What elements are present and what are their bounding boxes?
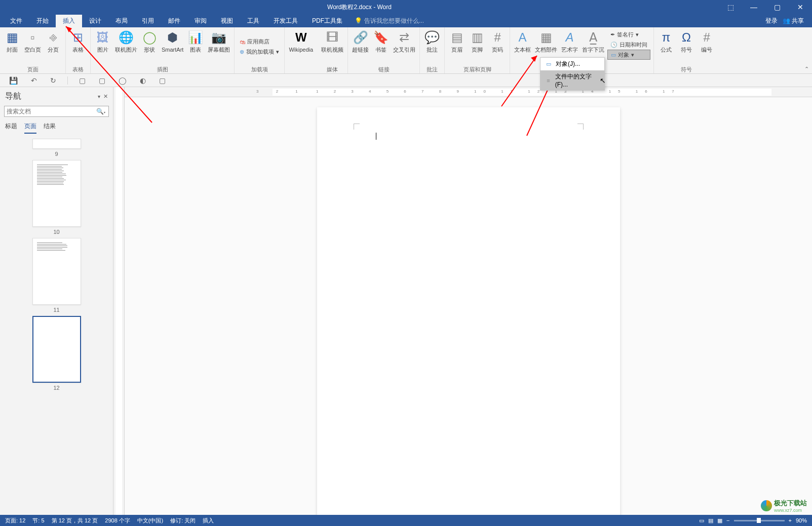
blank-page-button[interactable]: ▫空白页 — [22, 28, 43, 65]
maximize-button[interactable]: ▢ — [765, 0, 789, 14]
web-layout-button[interactable]: ▦ — [717, 517, 722, 524]
qat-button[interactable]: ◯ — [117, 75, 129, 86]
minimize-button[interactable]: — — [742, 0, 765, 14]
menu-tab[interactable]: 引用 — [135, 15, 161, 27]
object-button[interactable]: ▭对象▾ — [607, 50, 650, 60]
menu-tab[interactable]: 开发工具 — [266, 15, 305, 27]
status-track[interactable]: 修订: 关闭 — [170, 517, 196, 524]
status-language[interactable]: 中文(中国) — [137, 517, 163, 524]
menu-tab[interactable]: 插入 — [56, 15, 82, 27]
nav-tabs: 标题页面结果 — [0, 119, 113, 136]
zoom-level[interactable]: 90% — [796, 517, 807, 523]
chart-button[interactable]: 📊图表 — [185, 28, 206, 65]
page-thumbnail[interactable]: 10 — [0, 160, 113, 235]
status-word-count[interactable]: 2908 个字 — [105, 517, 130, 524]
tell-me-search[interactable]: 💡 告诉我您想要做什么... — [355, 17, 424, 25]
document-canvas[interactable] — [125, 97, 812, 515]
share-button[interactable]: 👥 共享 — [783, 17, 804, 25]
hyperlink-button[interactable]: 🔗超链接 — [350, 28, 371, 65]
page-thumbnail[interactable]: 12 — [0, 316, 113, 391]
zoom-in-button[interactable]: + — [789, 517, 792, 523]
document-page[interactable] — [317, 107, 620, 515]
nav-search-box[interactable]: 🔍▾ — [4, 106, 109, 117]
dropcap-icon: A̲ — [585, 29, 601, 46]
text-box-button[interactable]: A文本框 — [512, 28, 533, 65]
undo-button[interactable]: ↶ — [29, 75, 39, 86]
comment-button[interactable]: 💬批注 — [422, 28, 442, 65]
page-number-button[interactable]: #页码 — [487, 28, 508, 65]
nav-dropdown-button[interactable]: ▾ — [98, 94, 100, 99]
nav-tab[interactable]: 标题 — [5, 122, 17, 134]
menu-tab[interactable]: PDF工具集 — [305, 15, 350, 27]
menu-tab[interactable]: 工具 — [240, 15, 266, 27]
screenshot-button[interactable]: 📷屏幕截图 — [206, 28, 232, 65]
cover-page-button[interactable]: ▦封面 — [2, 28, 22, 65]
qat-button[interactable]: ▢ — [77, 75, 88, 86]
text-from-file-menu-item[interactable]: ≡ 文件中的文字(F)... — [540, 70, 604, 90]
vertical-ruler[interactable] — [113, 87, 125, 515]
footer-button[interactable]: ▥页脚 — [467, 28, 487, 65]
cross-reference-button[interactable]: ⇄交叉引用 — [391, 28, 417, 65]
status-page-of[interactable]: 第 12 页，共 12 页 — [52, 517, 98, 524]
nav-tab[interactable]: 页面 — [24, 122, 36, 134]
nav-tab[interactable]: 结果 — [44, 122, 56, 134]
nav-close-button[interactable]: ✕ — [103, 93, 108, 100]
ribbon-display-options-button[interactable]: ⬚ — [719, 0, 742, 14]
signature-line-button[interactable]: ✒签名行▾ — [607, 29, 650, 39]
status-page[interactable]: 页面: 12 — [5, 517, 25, 524]
zoom-slider[interactable] — [734, 520, 785, 521]
ribbon-group-pages: ▦封面 ▫空白页 ⎆分页 页面 — [0, 27, 66, 73]
header-button[interactable]: ▤页眉 — [447, 28, 467, 65]
store-button[interactable]: 🛍应用商店 — [237, 37, 282, 47]
qat-button[interactable]: ▢ — [157, 75, 168, 86]
menu-tab[interactable]: 视图 — [214, 15, 240, 27]
redo-button[interactable]: ↻ — [48, 75, 58, 86]
online-pictures-button[interactable]: 🌐联机图片 — [113, 28, 139, 65]
date-time-button[interactable]: 🕓日期和时间 — [607, 39, 650, 50]
qat-button[interactable]: ◐ — [138, 75, 148, 86]
print-layout-button[interactable]: ▤ — [708, 517, 713, 524]
bookmark-button[interactable]: 🔖书签 — [371, 28, 391, 65]
search-icon[interactable]: 🔍▾ — [93, 108, 108, 115]
menu-tab[interactable]: 设计 — [82, 15, 108, 27]
footer-icon: ▥ — [469, 29, 485, 46]
online-video-button[interactable]: 🎞联机视频 — [319, 28, 345, 65]
wikipedia-button[interactable]: WWikipedia — [287, 28, 315, 65]
symbol-button[interactable]: Ω符号 — [676, 28, 697, 65]
cover-page-icon: ▦ — [4, 29, 20, 46]
menu-tab[interactable]: 审阅 — [187, 15, 214, 27]
login-button[interactable]: 登录 — [765, 17, 778, 25]
store-icon: 🛍 — [240, 39, 245, 45]
collapse-ribbon-button[interactable]: ⌃ — [804, 66, 809, 72]
status-section[interactable]: 节: 5 — [32, 517, 44, 524]
page-break-button[interactable]: ⎆分页 — [43, 28, 63, 65]
menu-tab[interactable]: 文件 — [3, 15, 29, 27]
search-input[interactable] — [5, 108, 93, 115]
page-thumbnail[interactable]: 11 — [0, 238, 113, 313]
page-thumbnail[interactable]: 9 — [0, 139, 113, 157]
share-icon: 👥 — [783, 17, 790, 24]
menu-tab[interactable]: 开始 — [29, 15, 56, 27]
shapes-button[interactable]: ◯形状 — [139, 28, 160, 65]
save-button[interactable]: 💾 — [7, 75, 20, 86]
close-button[interactable]: ✕ — [789, 0, 812, 14]
my-addins-button[interactable]: ⊕我的加载项▾ — [237, 47, 282, 57]
thumbnail-number: 10 — [53, 229, 59, 235]
qat-button[interactable]: ▢ — [97, 75, 107, 86]
horizontal-ruler[interactable]: 3 2 1 1 2 3 4 5 6 7 8 9 10 11 12 13 14 1… — [125, 87, 812, 97]
status-mode[interactable]: 插入 — [203, 517, 214, 524]
menu-tab[interactable]: 邮件 — [161, 15, 187, 27]
thumbnail-number: 12 — [53, 385, 59, 391]
pictures-button[interactable]: 🖼图片 — [93, 28, 113, 65]
text-cursor — [376, 133, 376, 140]
object-menu-item[interactable]: ▭ 对象(J)... — [540, 58, 604, 70]
menu-tab[interactable]: 布局 — [108, 15, 135, 27]
table-button[interactable]: ⊞表格 — [68, 28, 88, 65]
zoom-out-button[interactable]: − — [726, 517, 729, 523]
comment-icon: 💬 — [424, 29, 440, 46]
ribbon-group-headerfooter: ▤页眉 ▥页脚 #页码 页眉和页脚 — [445, 27, 510, 73]
equation-button[interactable]: π公式 — [656, 28, 676, 65]
number-button[interactable]: #编号 — [697, 28, 717, 65]
smartart-button[interactable]: ⬢SmartArt — [160, 28, 185, 65]
read-mode-button[interactable]: ▭ — [699, 517, 704, 524]
